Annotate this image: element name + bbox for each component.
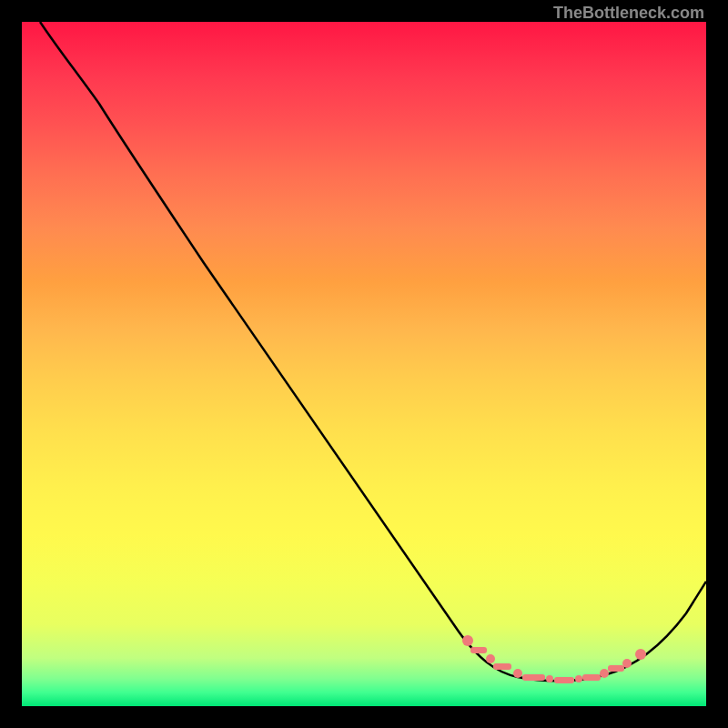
marker-dot bbox=[622, 659, 632, 668]
marker-bar bbox=[608, 665, 624, 672]
marker-dot bbox=[600, 669, 609, 678]
watermark-text: TheBottleneck.com bbox=[553, 4, 704, 23]
marker-dot bbox=[486, 654, 495, 663]
chart-area bbox=[22, 22, 706, 706]
marker-group bbox=[462, 635, 646, 683]
marker-bar bbox=[522, 674, 545, 681]
chart-svg bbox=[22, 22, 706, 706]
main-curve bbox=[40, 22, 706, 681]
marker-bar bbox=[554, 677, 574, 683]
marker-bar bbox=[582, 674, 601, 681]
marker-dot bbox=[546, 675, 553, 682]
marker-dot bbox=[513, 669, 522, 678]
marker-bar bbox=[470, 647, 487, 653]
marker-dot bbox=[575, 675, 582, 682]
marker-bar bbox=[493, 663, 511, 670]
marker-dot bbox=[635, 649, 646, 660]
marker-dot bbox=[462, 635, 473, 646]
